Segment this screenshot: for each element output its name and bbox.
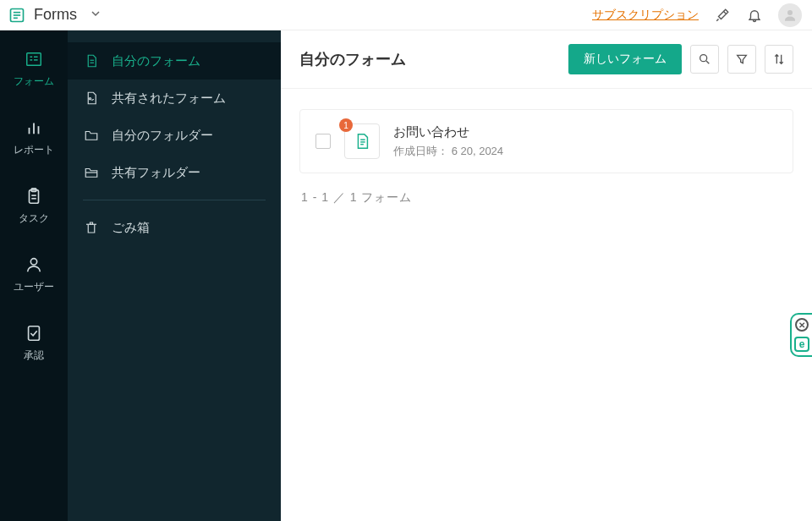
help-e-icon[interactable]: e <box>794 337 809 352</box>
app-name: Forms <box>34 6 77 24</box>
topbar: Forms サブスクリプション <box>0 0 812 30</box>
clipboard-icon <box>24 186 44 206</box>
nav-label: フォーム <box>14 74 54 89</box>
shared-folder-icon <box>83 164 100 181</box>
sidebar-item-shared-folders[interactable]: 共有フォルダー <box>68 154 281 191</box>
sort-button[interactable] <box>765 45 793 74</box>
sidebar-item-label: 共有フォルダー <box>112 165 200 181</box>
form-meta-value: 6 20, 2024 <box>452 145 503 157</box>
sidebar-item-my-forms[interactable]: 自分のフォーム <box>68 42 281 80</box>
shared-document-icon <box>83 90 100 107</box>
filter-button[interactable] <box>727 45 756 74</box>
notification-badge: 1 <box>339 118 353 132</box>
app-switcher-chevron-icon[interactable] <box>85 8 106 21</box>
nav-label: レポート <box>14 143 54 157</box>
avatar[interactable] <box>778 3 802 27</box>
form-meta-label: 作成日時： <box>393 145 448 157</box>
sidebar-item-label: ごみ箱 <box>112 220 150 236</box>
form-list: 1 お問い合わせ 作成日時： 6 20, 2024 1 - 1 ／ 1 フォーム <box>281 89 812 243</box>
svg-rect-18 <box>29 326 40 341</box>
nav-forms[interactable]: フォーム <box>0 46 68 92</box>
form-thumbnail: 1 <box>344 123 380 159</box>
page-title: 自分のフォーム <box>299 49 560 69</box>
svg-point-22 <box>700 55 707 62</box>
form-name: お問い合わせ <box>393 124 503 140</box>
sidebar-item-shared-forms[interactable]: 共有されたフォーム <box>68 80 281 117</box>
form-info: お問い合わせ 作成日時： 6 20, 2024 <box>393 124 503 159</box>
nav-label: 承認 <box>24 348 44 363</box>
folder-icon <box>83 127 100 144</box>
secondary-nav: 自分のフォーム 共有されたフォーム 自分のフォルダー <box>68 30 281 521</box>
user-icon <box>24 255 44 275</box>
sidebar-item-label: 共有されたフォーム <box>112 90 226 107</box>
topbar-right: サブスクリプション <box>592 3 802 27</box>
svg-rect-5 <box>27 53 41 66</box>
sidebar-item-label: 自分のフォーム <box>112 53 200 69</box>
form-card[interactable]: 1 お問い合わせ 作成日時： 6 20, 2024 <box>299 109 793 173</box>
nav-label: タスク <box>19 211 49 226</box>
app-logo-icon <box>8 7 25 24</box>
divider <box>83 200 266 200</box>
nav-approvals[interactable]: 承認 <box>0 320 68 366</box>
svg-point-4 <box>787 10 793 15</box>
primary-nav: フォーム レポート タスク <box>0 30 68 521</box>
nav-tasks[interactable]: タスク <box>0 183 68 229</box>
search-button[interactable] <box>690 45 719 74</box>
nav-reports[interactable]: レポート <box>0 114 68 161</box>
tools-icon[interactable] <box>714 7 731 24</box>
help-widget: ✕ e <box>790 313 812 357</box>
main-header: 自分のフォーム 新しいフォーム <box>281 30 812 89</box>
new-form-button[interactable]: 新しいフォーム <box>568 44 682 74</box>
document-icon <box>83 52 100 69</box>
sidebar-item-trash[interactable]: ごみ箱 <box>68 209 281 246</box>
list-summary: 1 - 1 ／ 1 フォーム <box>299 173 793 222</box>
nav-users[interactable]: ユーザー <box>0 251 68 298</box>
bell-icon[interactable] <box>746 7 763 24</box>
select-checkbox[interactable] <box>315 134 331 149</box>
chart-icon <box>24 118 44 138</box>
approval-icon <box>24 323 44 343</box>
trash-icon <box>83 219 100 236</box>
sidebar-item-label: 自分のフォルダー <box>112 128 213 144</box>
svg-point-21 <box>89 98 91 100</box>
sidebar-item-my-folders[interactable]: 自分のフォルダー <box>68 117 281 154</box>
svg-line-23 <box>706 61 709 63</box>
svg-point-17 <box>30 259 36 265</box>
nav-label: ユーザー <box>14 280 54 294</box>
close-icon[interactable]: ✕ <box>795 318 809 332</box>
form-icon <box>24 49 44 69</box>
main-content: 自分のフォーム 新しいフォーム 1 <box>281 30 812 521</box>
subscription-link[interactable]: サブスクリプション <box>592 8 699 23</box>
topbar-left: Forms <box>8 6 106 24</box>
form-meta: 作成日時： 6 20, 2024 <box>393 144 503 159</box>
